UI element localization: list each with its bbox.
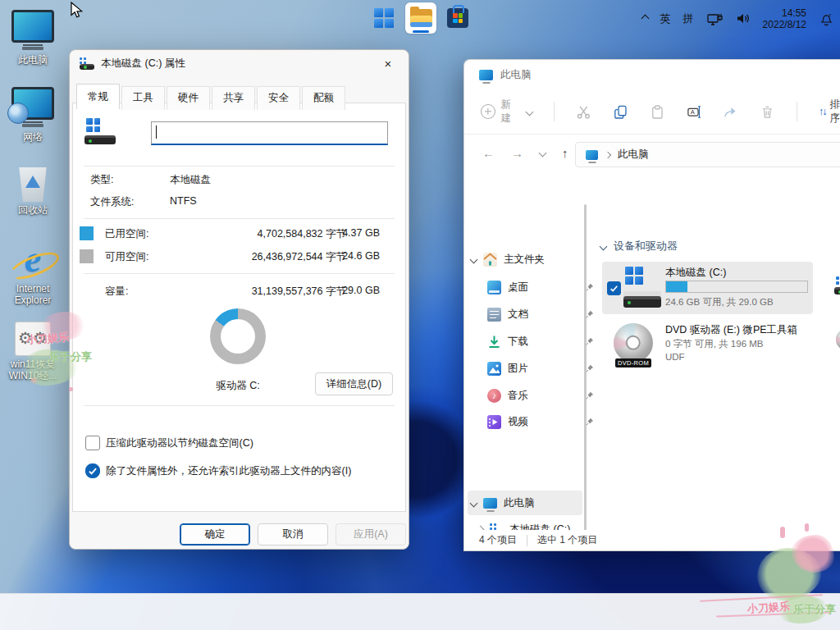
- pictures-icon: [487, 362, 501, 376]
- volume-label-input[interactable]: [151, 121, 388, 145]
- sidebar-item-label: 本地磁盘 (C:): [509, 523, 570, 531]
- network-icon[interactable]: [706, 11, 723, 27]
- recycle-arrows-icon: [25, 176, 40, 188]
- windows-logo-icon: [374, 8, 394, 28]
- notifications-bell-icon[interactable]: z: [819, 11, 833, 26]
- paste-icon[interactable]: [650, 104, 665, 120]
- drive-name: DVD 驱动器 (E:) 微PE工具箱: [665, 323, 797, 337]
- volume-icon[interactable]: [735, 11, 751, 26]
- delete-icon[interactable]: [760, 104, 775, 120]
- mouse-cursor: [71, 2, 84, 20]
- explorer-window: 此电脑 新建 A ↑↓ 排序 ← → ↑: [463, 59, 840, 551]
- new-button[interactable]: 新建: [481, 98, 532, 126]
- sidebar-item-label: 视频: [508, 415, 528, 429]
- tab-security[interactable]: 安全: [257, 86, 300, 110]
- dialog-title: 本地磁盘 (C:) 属性: [101, 57, 185, 71]
- cancel-button[interactable]: 取消: [258, 523, 328, 546]
- history-chevron-icon[interactable]: [539, 149, 547, 158]
- sidebar-item-downloads[interactable]: 下载: [487, 330, 602, 353]
- ok-button[interactable]: 确定: [180, 523, 250, 546]
- compress-checkbox[interactable]: [85, 436, 100, 450]
- chevron-down-icon: [470, 255, 478, 263]
- sidebar-item-drive-c[interactable]: 本地磁盘 (C:): [477, 518, 592, 530]
- documents-icon: [487, 308, 501, 322]
- tab-sharing[interactable]: 共享: [212, 86, 255, 110]
- dialog-titlebar[interactable]: 本地磁盘 (C:) 属性: [70, 50, 409, 76]
- desktop: 此电脑 网络 回收站 e InternetExplorer ⚙⚙ win11恢复…: [0, 0, 840, 630]
- compress-checkbox-label[interactable]: 压缩此驱动器以节约磁盘空间(C): [106, 436, 253, 450]
- capacity-size: 29.0 GB: [322, 285, 380, 296]
- desktop-icon-label: 回收站: [0, 204, 66, 216]
- desktop-icon-internet-explorer[interactable]: e InternetExplorer: [0, 240, 66, 306]
- cut-icon[interactable]: [576, 104, 591, 120]
- pin-icon: [586, 310, 594, 318]
- free-space-size: 24.6 GB: [322, 250, 380, 262]
- address-bar[interactable]: 此电脑: [575, 142, 840, 167]
- tab-quota[interactable]: 配额: [302, 86, 345, 110]
- share-icon[interactable]: [723, 104, 738, 120]
- tab-hardware[interactable]: 硬件: [167, 86, 210, 110]
- partial-dvd-icon: [836, 329, 840, 350]
- taskbar-file-explorer-button[interactable]: [405, 2, 436, 34]
- drive-info: 0 字节 可用, 共 196 MB: [665, 338, 764, 350]
- close-button[interactable]: ×: [376, 55, 400, 73]
- item-checkbox[interactable]: [607, 281, 621, 295]
- tab-tools[interactable]: 工具: [121, 86, 165, 110]
- desktop-icon-win11-restore[interactable]: ⚙⚙ win11恢复WIN10经...: [0, 322, 66, 381]
- explorer-titlebar[interactable]: 此电脑: [464, 60, 840, 89]
- chevron-down-icon: [470, 499, 478, 507]
- sidebar-item-documents[interactable]: 文档: [487, 303, 602, 326]
- section-devices-and-drives[interactable]: 设备和驱动器: [600, 239, 678, 253]
- up-button[interactable]: ↑: [562, 146, 568, 160]
- ime-english-indicator[interactable]: 英: [660, 11, 671, 26]
- sidebar-item-videos[interactable]: 视频: [487, 410, 602, 433]
- sidebar-item-this-pc[interactable]: 此电脑: [471, 491, 586, 514]
- drive-c-icon: [623, 267, 663, 309]
- this-pc-icon: [483, 498, 497, 509]
- drive-c-tile[interactable]: 本地磁盘 (C:) 24.6 GB 可用, 共 29.0 GB: [602, 262, 813, 314]
- chevron-down-icon: [600, 242, 608, 250]
- dvd-e-tile[interactable]: DVD-ROM DVD 驱动器 (E:) 微PE工具箱 0 字节 可用, 共 1…: [602, 320, 813, 372]
- tab-general[interactable]: 常规: [76, 84, 120, 109]
- desktop-icon-network[interactable]: 网络: [0, 87, 66, 143]
- back-button[interactable]: ←: [482, 146, 495, 160]
- ime-pinyin-indicator[interactable]: 拼: [683, 11, 694, 26]
- sort-button[interactable]: ↑↓ 排序: [819, 98, 840, 126]
- hidden-icons-chevron[interactable]: [641, 15, 649, 23]
- apply-button[interactable]: 应用(A): [336, 523, 406, 546]
- desktop-icon-label: 网络: [0, 131, 66, 143]
- capacity-label: 容量:: [105, 285, 128, 299]
- taskbar: [0, 593, 840, 630]
- details-button[interactable]: 详细信息(D): [315, 372, 393, 395]
- forward-button[interactable]: →: [511, 146, 523, 160]
- drive-name: 本地磁盘 (C:): [665, 266, 726, 280]
- breadcrumb[interactable]: 此电脑: [618, 148, 649, 162]
- gears-icon: ⚙⚙: [15, 322, 51, 356]
- taskbar-store-button[interactable]: [442, 2, 473, 34]
- desktop-icon-recycle-bin[interactable]: 回收站: [0, 167, 66, 216]
- used-space-swatch: [80, 226, 94, 240]
- sidebar-item-desktop[interactable]: 桌面: [487, 276, 602, 299]
- home-icon: [483, 253, 497, 267]
- properties-dialog: 本地磁盘 (C:) 属性 × 常规 工具 硬件 共享 安全 配额 类型: 本地磁…: [69, 49, 409, 550]
- sidebar-item-label: 主文件夹: [504, 253, 545, 267]
- desktop-icon-this-pc[interactable]: 此电脑: [0, 10, 66, 66]
- sidebar-item-music[interactable]: ♪ 音乐: [487, 384, 602, 407]
- start-button[interactable]: [368, 2, 399, 34]
- sidebar-item-label: 下载: [508, 335, 528, 349]
- index-checkbox-label[interactable]: 除了文件属性外，还允许索引此驱动器上文件的内容(I): [106, 464, 351, 478]
- index-checkbox[interactable]: [85, 463, 100, 478]
- copy-icon[interactable]: [613, 104, 628, 120]
- sidebar-item-home[interactable]: 主文件夹: [471, 248, 586, 271]
- rename-icon[interactable]: A: [687, 104, 702, 120]
- dvd-icon: DVD-ROM: [614, 323, 655, 369]
- type-value: 本地磁盘: [170, 173, 211, 187]
- desktop-icon-label: InternetExplorer: [0, 283, 66, 306]
- explorer-body: 主文件夹 桌面 文档 下载 图片: [464, 171, 840, 530]
- taskbar-clock[interactable]: 14:55 2022/8/12: [763, 7, 806, 30]
- sidebar-item-pictures[interactable]: 图片: [487, 357, 602, 380]
- tray-date: 2022/8/12: [763, 19, 806, 30]
- pin-icon: [586, 364, 594, 372]
- desktop-folder-icon: [487, 281, 501, 294]
- filesystem-value: NTFS: [170, 195, 197, 207]
